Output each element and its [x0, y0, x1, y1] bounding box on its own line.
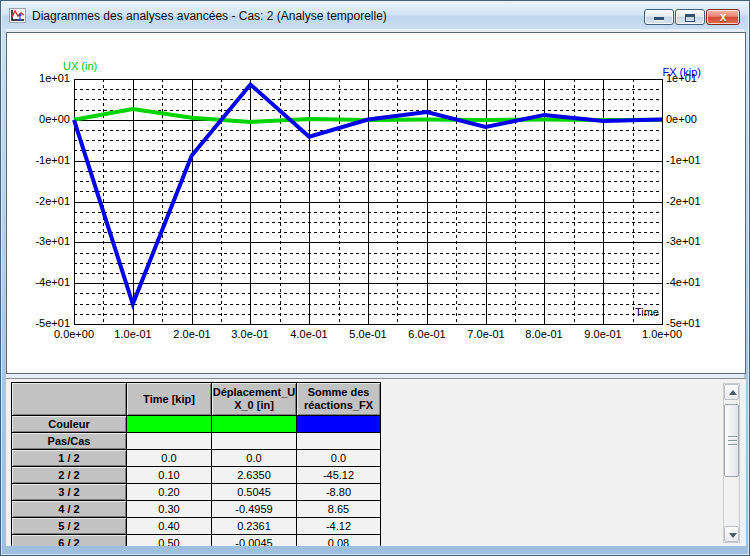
table-cell[interactable]: 0.20 [127, 484, 211, 500]
dialog-window: Diagrammes des analyses avancées - Cas: … [0, 0, 750, 556]
close-button[interactable]: x [706, 9, 740, 25]
table-cell[interactable]: 0.40 [127, 518, 211, 534]
table-cell[interactable]: 0.5045 [212, 484, 296, 500]
row-header[interactable]: 1 / 2 [12, 450, 126, 466]
minimize-icon [654, 17, 664, 20]
y-right-tick-label: -3e+01 [666, 235, 726, 248]
color-swatch[interactable] [212, 416, 296, 432]
x-tick-label: 6.0e-01 [395, 328, 459, 341]
y-right-tick-label: -4e+01 [666, 276, 726, 289]
y-left-tick-label: 1e+01 [8, 72, 70, 85]
x-tick-label: 1.0e-01 [101, 328, 165, 341]
table-cell[interactable]: -45.12 [297, 467, 380, 483]
x-tick-label: 3.0e-01 [218, 328, 282, 341]
row-header[interactable]: 6 / 2 [12, 535, 126, 546]
row-header[interactable]: 3 / 2 [12, 484, 126, 500]
row-header-pas-cas[interactable]: Pas/Cas [12, 433, 126, 449]
table-cell[interactable]: 0.10 [127, 467, 211, 483]
maximize-button[interactable] [675, 9, 705, 25]
maximize-icon [685, 14, 695, 22]
window-title: Diagrammes des analyses avancées - Cas: … [32, 9, 387, 23]
table-cell[interactable]: 8.65 [297, 501, 380, 517]
x-tick-label: 7.0e-01 [454, 328, 518, 341]
y-left-tick-label: -4e+01 [8, 276, 70, 289]
scroll-track[interactable] [724, 400, 739, 526]
scroll-down-button[interactable] [724, 526, 739, 542]
table-cell[interactable]: -0.4959 [212, 501, 296, 517]
scroll-up-arrow-icon [729, 390, 737, 395]
chart-panel: UX (in) FX (kip) Time 1e+010e+00-1e+01-2… [6, 32, 746, 374]
table-cell[interactable]: 0.50 [127, 535, 211, 546]
table-cell[interactable]: 0.2361 [212, 518, 296, 534]
time-axis-label: Time [567, 306, 659, 319]
scroll-up-button[interactable] [724, 384, 739, 400]
diagram-chart-icon [9, 8, 26, 23]
thumb-grip [728, 444, 737, 445]
y-right-tick-label: -1e+01 [666, 154, 726, 167]
y-left-tick-label: -2e+01 [8, 195, 70, 208]
thumb-grip [728, 436, 737, 437]
window-controls: x [644, 2, 748, 29]
titlebar[interactable]: Diagrammes des analyses avancées - Cas: … [2, 2, 748, 29]
column-header[interactable]: Somme des réactions_FX [297, 383, 380, 415]
row-header[interactable]: 2 / 2 [12, 467, 126, 483]
table-cell[interactable]: 0.30 [127, 501, 211, 517]
scroll-thumb[interactable] [724, 404, 739, 477]
y-left-tick-label: 0e+00 [8, 113, 70, 126]
row-header-couleur[interactable]: Couleur [12, 416, 126, 432]
y-left-tick-label: -1e+01 [8, 154, 70, 167]
results-table: Time [kip]Déplacement_U X_0 [in]Somme de… [11, 382, 381, 546]
color-swatch[interactable] [127, 416, 211, 432]
table-cell[interactable]: 0.0 [212, 450, 296, 466]
x-tick-label: 5.0e-01 [336, 328, 400, 341]
row-header[interactable]: 4 / 2 [12, 501, 126, 517]
y-right-tick-label: 1e+01 [666, 72, 726, 85]
scroll-down-arrow-icon [729, 533, 737, 538]
thumb-grip [728, 440, 737, 441]
table-cell[interactable]: 0.08 [297, 535, 380, 546]
color-swatch[interactable] [297, 416, 380, 432]
minimize-button[interactable] [644, 9, 674, 25]
column-header[interactable]: Time [kip] [127, 383, 211, 415]
y-right-tick-label: -2e+01 [666, 195, 726, 208]
x-tick-label: 4.0e-01 [277, 328, 341, 341]
x-tick-label: 2.0e-01 [160, 328, 224, 341]
x-tick-label: 1.0e+00 [630, 328, 694, 341]
row-header[interactable]: 5 / 2 [12, 518, 126, 534]
table-cell[interactable]: 2.6350 [212, 467, 296, 483]
table-cell[interactable]: -0.0045 [212, 535, 296, 546]
column-header[interactable] [12, 383, 126, 415]
x-tick-label: 0.0e+00 [42, 328, 106, 341]
column-header[interactable]: Déplacement_U X_0 [in] [212, 383, 296, 415]
table-cell[interactable] [297, 433, 380, 449]
table-cell[interactable]: 0.0 [297, 450, 380, 466]
x-tick-label: 8.0e-01 [512, 328, 576, 341]
y-right-tick-label: 0e+00 [666, 113, 726, 126]
client-area: UX (in) FX (kip) Time 1e+010e+00-1e+01-2… [6, 29, 744, 544]
y-left-tick-label: -3e+01 [8, 235, 70, 248]
table-cell[interactable] [127, 433, 211, 449]
table-cell[interactable]: -8.80 [297, 484, 380, 500]
x-tick-label: 9.0e-01 [571, 328, 635, 341]
results-panel: Time [kip]Déplacement_U X_0 [in]Somme de… [6, 378, 746, 546]
table-cell[interactable] [212, 433, 296, 449]
table-cell[interactable]: -4.12 [297, 518, 380, 534]
vertical-scrollbar[interactable] [723, 383, 740, 543]
table-cell[interactable]: 0.0 [127, 450, 211, 466]
chart-plot-area [7, 33, 745, 373]
close-icon: x [707, 10, 739, 24]
